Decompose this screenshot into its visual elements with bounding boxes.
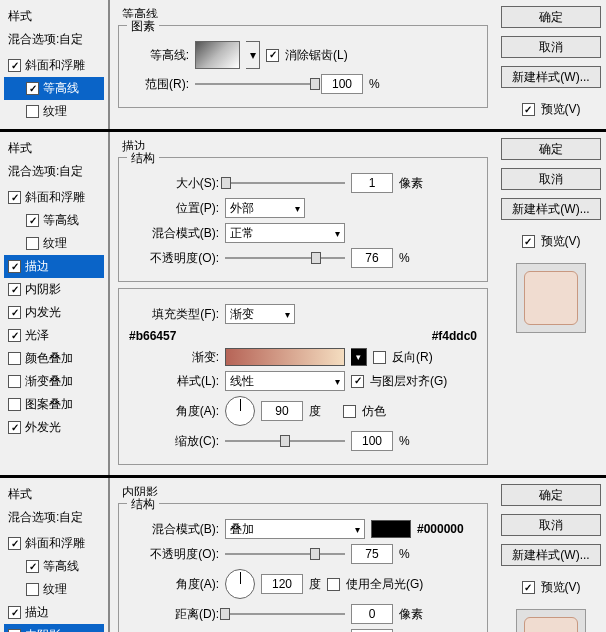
- range-slider[interactable]: [195, 76, 315, 92]
- style-contour[interactable]: 等高线: [4, 555, 104, 578]
- preview-checkbox[interactable]: [522, 103, 535, 116]
- style-stroke[interactable]: 描边: [4, 255, 104, 278]
- blend-options[interactable]: 混合选项:自定: [4, 29, 104, 54]
- checkbox-icon[interactable]: [8, 59, 21, 72]
- deg-label: 度: [309, 403, 321, 420]
- global-light-checkbox[interactable]: [327, 578, 340, 591]
- checkbox-icon[interactable]: [26, 82, 39, 95]
- checkbox-icon[interactable]: [8, 329, 21, 342]
- angle-input[interactable]: [261, 401, 303, 421]
- angle-dial[interactable]: [225, 396, 255, 426]
- chevron-down-icon: [285, 307, 290, 321]
- angle-label: 角度(A):: [129, 576, 219, 593]
- checkbox-icon[interactable]: [26, 237, 39, 250]
- style-gradient-overlay[interactable]: 渐变叠加: [4, 370, 104, 393]
- color1-code: #b66457: [129, 329, 176, 343]
- pct-label: %: [399, 434, 410, 448]
- size-slider[interactable]: [225, 175, 345, 191]
- reverse-checkbox[interactable]: [373, 351, 386, 364]
- preview-checkbox[interactable]: [522, 581, 535, 594]
- blend-options[interactable]: 混合选项:自定: [4, 507, 104, 532]
- style-contour[interactable]: 等高线: [4, 209, 104, 232]
- checkbox-icon[interactable]: [26, 583, 39, 596]
- dither-checkbox[interactable]: [343, 405, 356, 418]
- new-style-button[interactable]: 新建样式(W)...: [501, 198, 601, 220]
- size-input[interactable]: [351, 173, 393, 193]
- pct-label: %: [369, 77, 380, 91]
- style-satin[interactable]: 光泽: [4, 324, 104, 347]
- blend-mode-dropdown[interactable]: 正常: [225, 223, 345, 243]
- style-inner-shadow[interactable]: 内阴影: [4, 278, 104, 301]
- global-light-label: 使用全局光(G): [346, 576, 423, 593]
- angle-dial[interactable]: [225, 569, 255, 599]
- antialias-checkbox[interactable]: [266, 49, 279, 62]
- style-inner-shadow[interactable]: 内阴影: [4, 624, 104, 632]
- style-inner-glow[interactable]: 内发光: [4, 301, 104, 324]
- opacity-slider[interactable]: [225, 546, 345, 562]
- fieldset-element: 图素 等高线: ▾ 消除锯齿(L) 范围(R): %: [118, 25, 488, 108]
- position-label: 位置(P):: [129, 200, 219, 217]
- preview-checkbox[interactable]: [522, 235, 535, 248]
- checkbox-icon[interactable]: [8, 260, 21, 273]
- style-bevel[interactable]: 斜面和浮雕: [4, 532, 104, 555]
- checkbox-icon[interactable]: [26, 560, 39, 573]
- color-swatch[interactable]: [371, 520, 411, 538]
- style-color-overlay[interactable]: 颜色叠加: [4, 347, 104, 370]
- angle-input[interactable]: [261, 574, 303, 594]
- cancel-button[interactable]: 取消: [501, 36, 601, 58]
- blend-mode-dropdown[interactable]: 叠加: [225, 519, 365, 539]
- style-texture[interactable]: 纹理: [4, 100, 104, 123]
- ok-button[interactable]: 确定: [501, 484, 601, 506]
- distance-slider[interactable]: [225, 606, 345, 622]
- size-label: 大小(S):: [129, 175, 219, 192]
- opacity-slider[interactable]: [225, 250, 345, 266]
- checkbox-icon[interactable]: [8, 398, 21, 411]
- right-panel: 确定 取消 新建样式(W)... 预览(V): [496, 478, 606, 632]
- contour-picker[interactable]: [195, 41, 240, 69]
- scale-slider[interactable]: [225, 433, 345, 449]
- style-pattern-overlay[interactable]: 图案叠加: [4, 393, 104, 416]
- style-bevel[interactable]: 斜面和浮雕: [4, 54, 104, 77]
- opacity-input[interactable]: [351, 248, 393, 268]
- checkbox-icon[interactable]: [26, 105, 39, 118]
- checkbox-icon[interactable]: [8, 352, 21, 365]
- checkbox-icon[interactable]: [8, 306, 21, 319]
- fill-type-dropdown[interactable]: 渐变: [225, 304, 295, 324]
- new-style-button[interactable]: 新建样式(W)...: [501, 66, 601, 88]
- style-texture[interactable]: 纹理: [4, 232, 104, 255]
- style-dropdown[interactable]: 线性: [225, 371, 345, 391]
- blend-options[interactable]: 混合选项:自定: [4, 161, 104, 186]
- checkbox-icon[interactable]: [26, 214, 39, 227]
- fieldset-title: 图素: [127, 18, 159, 35]
- sidebar: 样式 混合选项:自定 斜面和浮雕 等高线 纹理: [0, 0, 110, 129]
- ok-button[interactable]: 确定: [501, 138, 601, 160]
- main-panel: 描边 结构 大小(S):像素 位置(P):外部 混合模式(B):正常 不透明度(…: [110, 132, 496, 475]
- checkbox-icon[interactable]: [8, 537, 21, 550]
- style-outer-glow[interactable]: 外发光: [4, 416, 104, 439]
- style-bevel[interactable]: 斜面和浮雕: [4, 186, 104, 209]
- opacity-input[interactable]: [351, 544, 393, 564]
- new-style-button[interactable]: 新建样式(W)...: [501, 544, 601, 566]
- cancel-button[interactable]: 取消: [501, 168, 601, 190]
- checkbox-icon[interactable]: [8, 191, 21, 204]
- pct-label: %: [399, 251, 410, 265]
- checkbox-icon[interactable]: [8, 375, 21, 388]
- gradient-dropdown-icon[interactable]: ▾: [351, 348, 367, 366]
- cancel-button[interactable]: 取消: [501, 514, 601, 536]
- checkbox-icon[interactable]: [8, 421, 21, 434]
- distance-input[interactable]: [351, 604, 393, 624]
- checkbox-icon[interactable]: [8, 606, 21, 619]
- align-checkbox[interactable]: [351, 375, 364, 388]
- style-texture[interactable]: 纹理: [4, 578, 104, 601]
- checkbox-icon[interactable]: [8, 283, 21, 296]
- style-stroke[interactable]: 描边: [4, 601, 104, 624]
- gradient-picker[interactable]: [225, 348, 345, 366]
- section-inner-shadow: 样式 混合选项:自定 斜面和浮雕 等高线 纹理 描边 内阴影 内发光 光泽 内阴…: [0, 478, 606, 632]
- ok-button[interactable]: 确定: [501, 6, 601, 28]
- position-dropdown[interactable]: 外部: [225, 198, 305, 218]
- contour-dropdown-icon[interactable]: ▾: [246, 41, 260, 69]
- scale-input[interactable]: [351, 431, 393, 451]
- blend-mode-label: 混合模式(B):: [129, 521, 219, 538]
- style-contour[interactable]: 等高线: [4, 77, 104, 100]
- range-input[interactable]: [321, 74, 363, 94]
